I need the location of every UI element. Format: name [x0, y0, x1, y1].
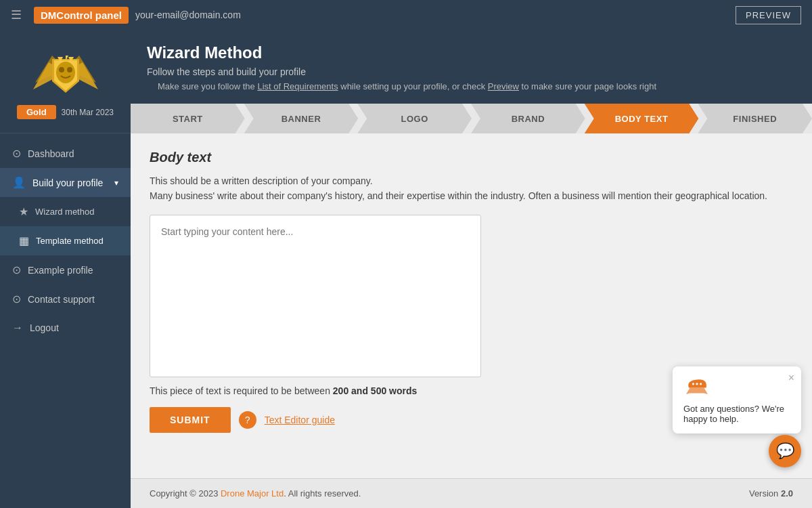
- section-title: Body text: [150, 150, 793, 165]
- chat-popup-icon: [683, 377, 710, 398]
- sidebar-logo-area: Gold 30th Mar 2023: [0, 30, 131, 127]
- list-requirements-link[interactable]: List of Requirements: [257, 81, 338, 91]
- example-icon: ⊙: [12, 263, 21, 276]
- support-icon: ⊙: [12, 293, 21, 305]
- step-brand[interactable]: BRAND: [471, 104, 585, 133]
- wizard-header: Wizard Method Follow the steps and build…: [131, 30, 812, 104]
- chat-close-button[interactable]: ×: [788, 372, 794, 384]
- svg-point-4: [56, 62, 75, 83]
- template-icon: ▦: [19, 234, 29, 247]
- footer: Copyright © 2023 Drone Major Ltd. All ri…: [131, 478, 812, 508]
- chat-fab-button[interactable]: 💬: [769, 435, 801, 467]
- sidebar-nav: ⊙ Dashboard 👤 Build your profile ▾ ★ Wiz…: [0, 139, 131, 508]
- preview-button[interactable]: PREVIEW: [736, 6, 801, 24]
- chat-popup: × Got any questions? We're happy to help…: [673, 366, 801, 433]
- sidebar-item-example-profile[interactable]: ⊙ Example profile: [0, 255, 131, 284]
- footer-company-link[interactable]: Drone Major Ltd: [221, 488, 284, 499]
- svg-point-11: [696, 383, 698, 385]
- svg-point-5: [59, 67, 64, 72]
- svg-point-12: [700, 383, 702, 385]
- content-area: Wizard Method Follow the steps and build…: [131, 30, 812, 508]
- sidebar-item-build-profile[interactable]: 👤 Build your profile ▾: [0, 168, 131, 197]
- logout-icon: →: [12, 322, 23, 334]
- sidebar-item-logout[interactable]: → Logout: [0, 314, 131, 342]
- sidebar-item-wizard-method[interactable]: ★ Wizard method: [0, 197, 131, 226]
- wizard-icon: ★: [19, 205, 28, 218]
- badge-icon: [32, 42, 99, 100]
- sidebar-item-contact-support[interactable]: ⊙ Contact support: [0, 284, 131, 314]
- step-finished[interactable]: FINISHED: [698, 104, 812, 133]
- app-logo: DMControl panel: [34, 7, 129, 24]
- sidebar-item-template-method[interactable]: ▦ Template method: [0, 226, 131, 255]
- steps-bar: START BANNER LOGO BRAND BODY TEXT FINISH…: [131, 104, 812, 133]
- tier-date: 30th Mar 2023: [62, 108, 114, 117]
- expand-icon: ▾: [114, 178, 118, 188]
- user-email: your-email@domain.com: [135, 9, 241, 20]
- dashboard-icon: ⊙: [12, 147, 21, 160]
- body-text-input[interactable]: [161, 226, 470, 366]
- section-desc: This should be a written description of …: [150, 173, 793, 204]
- text-editor-guide-link[interactable]: Text Editor guide: [265, 415, 335, 425]
- preview-link[interactable]: Preview: [488, 81, 519, 91]
- svg-point-10: [692, 383, 694, 385]
- hamburger-icon[interactable]: ☰: [11, 7, 22, 22]
- help-button[interactable]: ?: [239, 411, 256, 429]
- build-profile-icon: 👤: [12, 176, 26, 189]
- footer-version: Version 2.0: [749, 488, 793, 499]
- sidebar: Gold 30th Mar 2023 ⊙ Dashboard 👤 Build y…: [0, 30, 131, 508]
- wizard-desc: Make sure you follow the List of Require…: [147, 81, 796, 91]
- chat-message: Got any questions? We're happy to help.: [683, 404, 790, 424]
- footer-copyright: Copyright © 2023 Drone Major Ltd. All ri…: [150, 488, 361, 499]
- svg-point-6: [67, 67, 72, 72]
- text-editor-box[interactable]: [150, 215, 481, 377]
- step-body-text[interactable]: BODY TEXT: [585, 104, 699, 133]
- step-banner[interactable]: BANNER: [244, 104, 359, 133]
- wizard-subtitle: Follow the steps and build your profile: [147, 66, 796, 77]
- step-start[interactable]: START: [131, 104, 245, 133]
- wizard-title: Wizard Method: [147, 43, 796, 62]
- topbar: ☰ DMControl panel your-email@domain.com …: [0, 0, 812, 30]
- submit-button[interactable]: SUBMIT: [150, 407, 231, 433]
- chat-fab-icon: 💬: [776, 442, 794, 460]
- tier-badge: Gold: [17, 105, 56, 119]
- step-logo[interactable]: LOGO: [357, 104, 472, 133]
- sidebar-tier: Gold 30th Mar 2023: [17, 105, 114, 119]
- sidebar-item-dashboard[interactable]: ⊙ Dashboard: [0, 139, 131, 168]
